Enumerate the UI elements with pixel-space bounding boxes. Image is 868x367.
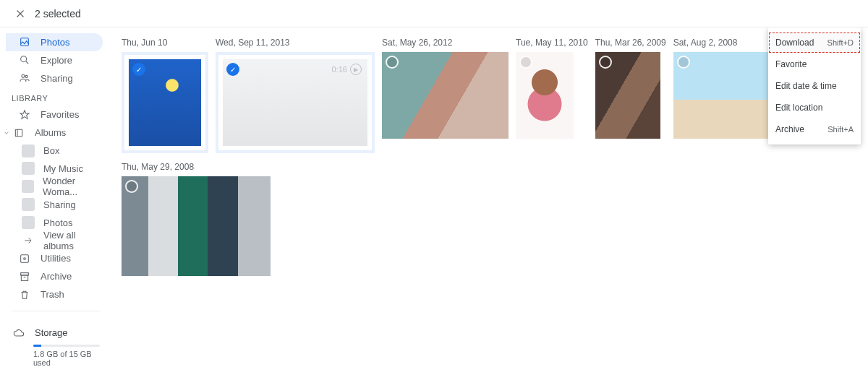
sidebar-item-label: Trash	[41, 289, 64, 300]
svg-rect-8	[21, 275, 27, 280]
album-icon	[12, 127, 26, 139]
photo-group: Wed, Sep 11, 2013 ✓ 0:16 ▶	[216, 38, 375, 153]
sidebar: Photos Explore Sharing LIBRARY Favorites…	[0, 27, 109, 367]
menu-label: Download	[775, 38, 814, 48]
photo-group: Thu, Mar 26, 2009	[595, 38, 666, 153]
photo-thumbnail[interactable]	[516, 52, 574, 139]
check-icon[interactable]: ✓	[226, 63, 239, 76]
sidebar-item-label: Sharing	[41, 73, 73, 84]
sidebar-item-trash[interactable]: Trash	[6, 285, 103, 303]
cloud-icon	[12, 326, 26, 340]
album-item-box[interactable]: Box	[0, 142, 109, 160]
selection-toolbar: 2 selected	[0, 0, 868, 27]
svg-point-6	[24, 258, 26, 260]
photo-thumbnail[interactable]	[595, 52, 660, 139]
date-label: Thu, Mar 26, 2009	[595, 38, 666, 48]
album-label: Photos	[43, 217, 72, 228]
album-thumb-icon	[22, 162, 35, 175]
svg-rect-5	[21, 255, 29, 263]
menu-item-edit-date[interactable]: Edit date & time	[768, 75, 861, 97]
photo-group: Thu, May 29, 2008	[122, 162, 868, 276]
date-label: Tue, May 11, 2010	[516, 38, 588, 48]
album-label: Wonder Woma...	[43, 176, 109, 197]
check-icon[interactable]	[386, 56, 399, 69]
sidebar-item-sharing[interactable]: Sharing	[6, 69, 103, 87]
svg-point-1	[21, 56, 27, 62]
svg-point-3	[25, 75, 27, 77]
check-icon[interactable]	[599, 56, 612, 69]
sidebar-item-archive[interactable]: Archive	[6, 267, 103, 285]
date-label: Wed, Sep 11, 2013	[216, 38, 375, 48]
sidebar-item-photos[interactable]: Photos	[6, 33, 103, 51]
view-all-albums[interactable]: View all albums	[0, 231, 109, 249]
album-item-my-music[interactable]: My Music	[0, 160, 109, 178]
selection-count: 2 selected	[35, 8, 81, 20]
date-label: Thu, May 29, 2008	[122, 162, 868, 172]
star-icon	[17, 108, 32, 122]
storage-bar	[33, 345, 100, 347]
storage-usage-text: 1.8 GB of 15 GB used	[33, 350, 100, 367]
date-label: Sat, May 26, 2012	[382, 38, 509, 48]
storage-section[interactable]: Storage 1.8 GB of 15 GB used	[12, 326, 100, 367]
sidebar-item-albums[interactable]: Albums	[0, 124, 109, 142]
album-item-sharing[interactable]: Sharing	[0, 196, 109, 214]
menu-shortcut: Shift+A	[827, 125, 854, 134]
album-thumb-icon	[22, 216, 35, 229]
arrow-right-icon	[22, 234, 35, 247]
menu-shortcut: Shift+D	[827, 38, 854, 47]
menu-label: Edit date & time	[775, 81, 837, 91]
photo-thumbnail[interactable]	[122, 176, 271, 276]
check-icon[interactable]: ✓	[132, 63, 145, 76]
sidebar-item-explore[interactable]: Explore	[6, 51, 103, 69]
check-icon[interactable]	[677, 56, 690, 69]
sidebar-item-favorites[interactable]: Favorites	[6, 105, 103, 124]
storage-label: Storage	[35, 327, 68, 338]
album-thumb-icon	[22, 198, 35, 211]
menu-item-favorite[interactable]: Favorite	[768, 53, 861, 75]
date-label: Thu, Jun 10	[122, 38, 208, 48]
search-icon	[17, 53, 32, 67]
divider	[12, 311, 100, 311]
svg-rect-4	[15, 129, 22, 136]
album-item-wonder-woman[interactable]: Wonder Woma...	[0, 178, 109, 196]
photo-group: Thu, Jun 10 ✓	[122, 38, 208, 153]
album-item-photos[interactable]: Photos	[0, 214, 109, 232]
check-icon[interactable]	[125, 180, 138, 193]
photo-thumbnail[interactable]	[382, 52, 509, 139]
context-menu: Download Shift+D Favorite Edit date & ti…	[768, 27, 861, 144]
menu-item-download[interactable]: Download Shift+D	[768, 32, 861, 53]
photo-icon	[17, 35, 32, 49]
close-icon[interactable]	[6, 0, 35, 28]
album-label: Box	[43, 145, 59, 156]
menu-item-edit-location[interactable]: Edit location	[768, 97, 861, 118]
library-section-title: LIBRARY	[0, 87, 109, 105]
photo-group: Tue, May 11, 2010	[516, 38, 588, 153]
sidebar-item-utilities[interactable]: Utilities	[6, 249, 103, 267]
menu-label: Favorite	[775, 59, 807, 69]
video-badge: 0:16 ▶	[332, 64, 362, 75]
album-thumb-icon	[22, 180, 34, 193]
menu-label: Archive	[775, 124, 804, 134]
album-label: Sharing	[43, 199, 76, 210]
sidebar-item-label: Archive	[41, 271, 72, 282]
photo-group: Sat, May 26, 2012	[382, 38, 509, 153]
menu-item-archive[interactable]: Archive Shift+A	[768, 118, 861, 140]
play-icon: ▶	[350, 64, 362, 75]
sidebar-item-label: Utilities	[41, 253, 71, 264]
check-icon[interactable]	[519, 56, 532, 69]
sidebar-item-label: Favorites	[41, 109, 79, 120]
album-thumb-icon	[22, 144, 35, 157]
video-duration: 0:16	[332, 65, 347, 74]
album-label: View all albums	[43, 230, 109, 251]
people-icon	[17, 71, 32, 85]
sidebar-item-label: Explore	[41, 55, 72, 66]
video-thumbnail[interactable]: ✓ 0:16 ▶	[223, 59, 367, 146]
sidebar-item-label: Photos	[41, 37, 69, 48]
photo-grid: Thu, Jun 10 ✓ Wed, Sep 11, 2013 ✓ 0:16 ▶…	[109, 27, 868, 367]
storage-fill	[33, 345, 41, 347]
photo-thumbnail[interactable]: ✓	[129, 59, 201, 146]
archive-icon	[17, 269, 32, 284]
menu-label: Edit location	[775, 103, 822, 113]
chevron-down-icon	[1, 129, 12, 137]
utilities-icon	[17, 251, 32, 266]
